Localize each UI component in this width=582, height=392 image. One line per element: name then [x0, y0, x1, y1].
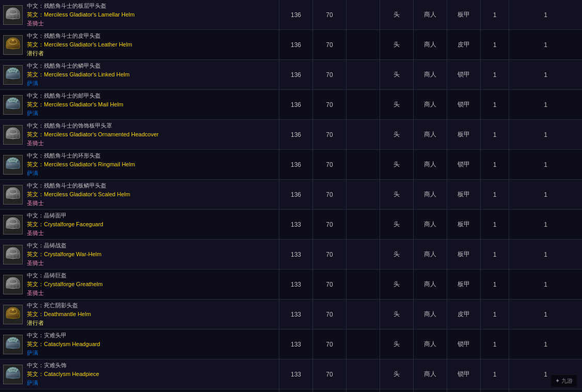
svg-point-45 — [9, 161, 11, 163]
item-source: 商人 — [413, 150, 447, 179]
item-cell[interactable]: 中文：晶铸面甲 英文：Crystalforge Faceguard 圣骑士 — [0, 210, 279, 239]
item-source: 商人 — [413, 30, 447, 59]
item-icon — [3, 275, 23, 294]
table-row: 中文：死亡阴影头盔 英文：Deathmantle Helm 潜行者 133 70… — [0, 300, 582, 330]
item-cn-name: 中文：残酷角斗士的邮甲头盔 — [27, 92, 123, 100]
item-level: 70 — [312, 30, 346, 59]
item-level: 70 — [312, 300, 346, 329]
svg-rect-78 — [6, 343, 20, 348]
item-count1: 1 — [480, 60, 509, 89]
item-source: 商人 — [413, 300, 447, 329]
item-cell[interactable]: 中文：灾难头盔 英文：Cataclysm Helm 萨满 — [0, 389, 279, 392]
item-ilvl: 136 — [279, 60, 312, 89]
item-count1: 1 — [480, 330, 509, 359]
item-slot-type: 头 — [380, 0, 413, 29]
item-cell[interactable]: 中文：残酷角斗士的邮甲头盔 英文：Merciless Gladiator's M… — [0, 90, 279, 119]
item-count2: 1 — [509, 210, 582, 239]
svg-point-20 — [15, 71, 17, 73]
item-level: 70 — [312, 330, 346, 359]
item-level: 70 — [312, 270, 346, 299]
item-en-name: 英文：Cataclysm Headpiece — [27, 370, 99, 378]
item-level: 70 — [312, 210, 346, 239]
table-row: 中文：残酷角斗士的皮甲头盔 英文：Merciless Gladiator's L… — [0, 30, 582, 60]
item-class: 圣骑士 — [27, 199, 130, 207]
table-row: 中文：灾难头甲 英文：Cataclysm Headguard 萨满 133 70… — [0, 330, 582, 359]
item-cn-name: 中文：残酷角斗士的鳞甲头盔 — [27, 62, 130, 70]
item-en-name: 英文：Merciless Gladiator's Ornamented Head… — [27, 131, 159, 138]
item-icon — [3, 365, 23, 384]
svg-point-43 — [14, 158, 16, 160]
item-cell[interactable]: 中文：残酷角斗士的板层甲头盔 英文：Merciless Gladiator's … — [0, 0, 279, 29]
item-ilvl: 136 — [279, 0, 312, 29]
item-text: 中文：晶铸战盔 英文：Crystalforge War-Helm 圣骑士 — [27, 242, 101, 267]
item-cell[interactable]: 中文：残酷角斗士的皮甲头盔 英文：Merciless Gladiator's L… — [0, 30, 279, 59]
item-cn-name: 中文：死亡阴影头盔 — [27, 302, 91, 309]
svg-point-98 — [15, 370, 17, 372]
item-count2: 1 — [509, 120, 582, 149]
svg-rect-22 — [6, 103, 20, 108]
item-count1: 1 — [480, 150, 509, 179]
item-text: 中文：残酷角斗士的鳞甲头盔 英文：Merciless Gladiator's L… — [27, 62, 130, 87]
item-armor-type: 锁甲 — [447, 330, 480, 359]
item-ilvl: 133 — [279, 270, 312, 299]
svg-point-46 — [11, 160, 13, 162]
item-en-name: 英文：Merciless Gladiator's Scaled Helm — [27, 191, 130, 198]
item-armor-type: 锁甲 — [447, 90, 480, 119]
item-cn-name: 中文：残酷角斗士的皮甲头盔 — [27, 32, 132, 40]
item-class: 萨满 — [27, 109, 123, 117]
item-cell[interactable]: 中文：残酷角斗士的环形头盔 英文：Merciless Gladiator's R… — [0, 150, 279, 179]
item-armor-type: 板甲 — [447, 240, 480, 269]
item-ilvl: 136 — [279, 30, 312, 59]
item-count2: 1 — [509, 330, 582, 359]
item-source: 商人 — [413, 389, 447, 392]
item-cell[interactable]: 中文：死亡阴影头盔 英文：Deathmantle Helm 潜行者 — [0, 300, 279, 329]
item-class: 圣骑士 — [27, 20, 135, 27]
item-count1: 1 — [480, 120, 509, 149]
svg-point-48 — [15, 161, 17, 163]
svg-point-91 — [10, 368, 12, 370]
item-level: 70 — [312, 0, 346, 29]
item-empty-col — [346, 300, 380, 329]
item-count2: 1 — [509, 0, 582, 29]
item-armor-type: 板甲 — [447, 0, 480, 29]
item-icon — [3, 125, 23, 145]
item-text: 中文：残酷角斗士的板鳞甲头盔 英文：Merciless Gladiator's … — [27, 182, 130, 207]
table-row: 中文：残酷角斗士的板鳞甲头盔 英文：Merciless Gladiator's … — [0, 180, 582, 210]
item-cell[interactable]: 中文：灾难头饰 英文：Cataclysm Headpiece 萨满 — [0, 359, 279, 389]
item-ilvl: 133 — [279, 210, 312, 239]
item-count1: 1 — [480, 30, 509, 59]
item-cell[interactable]: 中文：晶铸战盔 英文：Crystalforge War-Helm 圣骑士 — [0, 240, 279, 269]
item-class: 圣骑士 — [27, 229, 103, 237]
svg-point-24 — [10, 98, 12, 100]
item-cell[interactable]: 中文：灾难头甲 英文：Cataclysm Headguard 萨满 — [0, 330, 279, 359]
item-empty-col — [346, 150, 380, 179]
item-source: 商人 — [413, 60, 447, 89]
item-source: 商人 — [413, 330, 447, 359]
item-cell[interactable]: 中文：残酷角斗士的饰饰板甲头罩 英文：Merciless Gladiator's… — [0, 120, 279, 149]
item-count2: 1 — [509, 150, 582, 179]
item-table: 中文：残酷角斗士的板层甲头盔 英文：Merciless Gladiator's … — [0, 0, 582, 392]
item-en-name: 英文：Deathmantle Helm — [27, 310, 91, 318]
svg-point-29 — [11, 100, 13, 102]
item-cell[interactable]: 中文：残酷角斗士的板鳞甲头盔 英文：Merciless Gladiator's … — [0, 180, 279, 209]
item-text: 中文：晶铸巨盔 英文：Crystalforge Greathelm 圣骑士 — [27, 272, 103, 297]
item-count1: 1 — [480, 210, 509, 239]
svg-point-15 — [14, 68, 16, 70]
item-text: 中文：残酷角斗士的板层甲头盔 英文：Merciless Gladiator's … — [27, 2, 135, 27]
item-en-name: 英文：Crystalforge War-Helm — [27, 250, 101, 258]
item-count1: 1 — [480, 90, 509, 119]
item-en-name: 英文：Merciless Gladiator's Linked Helm — [27, 71, 130, 79]
item-armor-type: 板甲 — [447, 180, 480, 209]
item-cell[interactable]: 中文：残酷角斗士的鳞甲头盔 英文：Merciless Gladiator's L… — [0, 60, 279, 89]
item-text: 中文：晶铸面甲 英文：Crystalforge Faceguard 圣骑士 — [27, 212, 103, 237]
svg-point-81 — [12, 337, 14, 339]
item-ilvl: 133 — [279, 240, 312, 269]
item-icon — [3, 5, 23, 25]
item-count2: 1 — [509, 389, 582, 392]
item-icon — [3, 305, 23, 324]
item-cell[interactable]: 中文：晶铸巨盔 英文：Crystalforge Greathelm 圣骑士 — [0, 270, 279, 299]
svg-point-9 — [12, 39, 14, 41]
item-empty-col — [346, 359, 380, 389]
item-source: 商人 — [413, 180, 447, 209]
svg-point-95 — [9, 370, 11, 372]
